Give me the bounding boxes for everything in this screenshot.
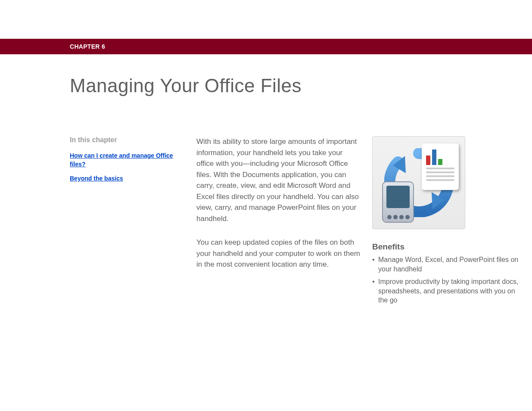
- handheld-device-icon: [382, 181, 414, 223]
- main-text: With its ability to store large amounts …: [196, 136, 360, 308]
- document-chart-icon: [422, 143, 459, 190]
- intro-paragraph-2: You can keep updated copies of the files…: [196, 237, 360, 270]
- content-area: In this chapter How can I create and man…: [70, 136, 532, 308]
- chapter-label: CHAPTER 6: [70, 43, 105, 50]
- benefits-heading: Benefits: [372, 242, 523, 252]
- intro-paragraph-1: With its ability to store large amounts …: [196, 136, 360, 224]
- sidebar-heading: In this chapter: [70, 136, 182, 144]
- benefits-list: Manage Word, Excel, and PowerPoint files…: [372, 255, 523, 305]
- chapter-bar: CHAPTER 6: [0, 39, 532, 54]
- illustration-sync-icon: [372, 136, 465, 229]
- benefit-item: Improve productivity by taking important…: [372, 277, 523, 305]
- right-column: Benefits Manage Word, Excel, and PowerPo…: [372, 136, 523, 308]
- sidebar: In this chapter How can I create and man…: [70, 136, 182, 308]
- page-title: Managing Your Office Files: [70, 75, 532, 97]
- sidebar-link-beyond-basics[interactable]: Beyond the basics: [70, 174, 182, 183]
- benefit-item: Manage Word, Excel, and PowerPoint files…: [372, 255, 523, 274]
- sidebar-link-create-manage[interactable]: How can I create and manage Office files…: [70, 152, 182, 168]
